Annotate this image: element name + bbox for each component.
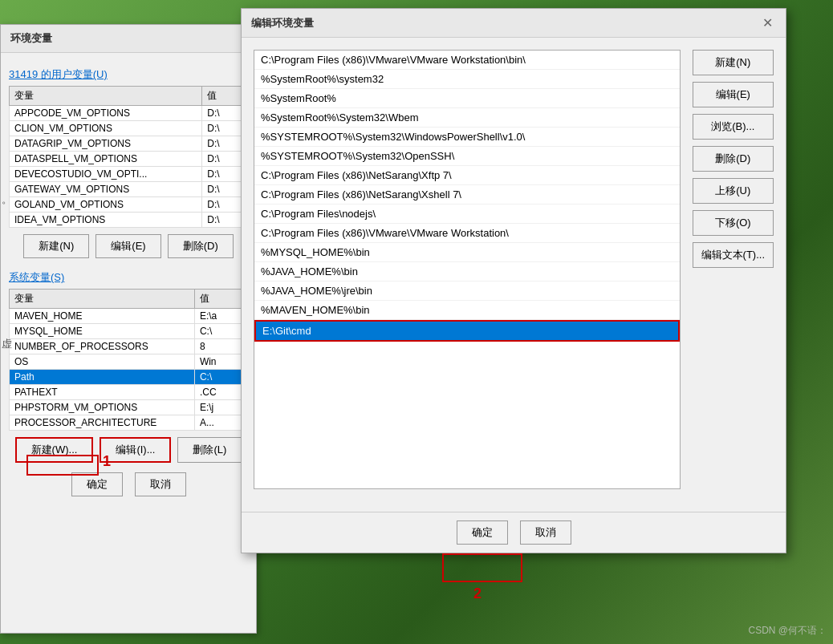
move-down-button[interactable]: 下移(O) xyxy=(693,210,774,236)
user-new-button[interactable]: 新建(N) xyxy=(23,234,89,258)
path-list-container: C:\Program Files (x86)\VMware\VMware Wor… xyxy=(254,50,681,489)
env-ok-button[interactable]: 确定 xyxy=(71,472,123,496)
dialog-title: 编辑环境变量 xyxy=(251,16,314,30)
table-row[interactable]: MYSQL_HOMEC:\ xyxy=(10,324,248,339)
git-cmd-path-item[interactable]: E:\Git\cmd xyxy=(254,320,680,342)
dialog-ok-button[interactable]: 确定 xyxy=(457,520,508,545)
system-new-button[interactable]: 新建(W)... xyxy=(15,437,94,463)
list-item[interactable]: %JAVA_HOME%\jre\bin xyxy=(254,281,680,301)
list-item[interactable]: C:\Program Files\nodejs\ xyxy=(254,205,680,224)
list-item[interactable]: %MYSQL_HOME%\bin xyxy=(254,243,680,262)
table-row[interactable]: MAVEN_HOMEE:\a xyxy=(10,309,248,324)
annotation-number-1: 1 xyxy=(103,453,111,470)
list-item[interactable]: %SYSTEMROOT%\System32\OpenSSH\ xyxy=(254,147,680,166)
annotation-number-2: 2 xyxy=(473,585,482,602)
user-table-header-var: 变量 xyxy=(10,87,202,106)
table-row[interactable]: APPCODE_VM_OPTIONSD:\ xyxy=(10,106,248,121)
system-section-label[interactable]: 系统变量(S) xyxy=(9,270,248,285)
list-item[interactable]: C:\Program Files (x86)\VMware\VMware Wor… xyxy=(254,51,680,70)
dialog-titlebar: 编辑环境变量 ✕ xyxy=(242,9,786,38)
list-item[interactable]: %SystemRoot%\System32\Wbem xyxy=(254,108,680,128)
user-variables-table: 变量 值 APPCODE_VM_OPTIONSD:\ CLION_VM_OPTI… xyxy=(9,86,248,228)
list-item[interactable]: %SYSTEMROOT%\System32\WindowsPowerShell\… xyxy=(254,128,680,147)
env-window-title: 环境变量 xyxy=(10,32,52,44)
edge-decoration-2: 虚 xyxy=(2,337,12,351)
env-window-titlebar: 环境变量 xyxy=(1,25,256,53)
table-row[interactable]: DEVECOSTUDIO_VM_OPTI...D:\ xyxy=(10,167,248,182)
dialog-side-buttons: 新建(N) 编辑(E) 浏览(B)... 删除(D) 上移(U) 下移(O) 编… xyxy=(693,50,774,489)
user-section-label[interactable]: 31419 的用户变量(U) xyxy=(9,67,248,82)
env-variables-window: 环境变量 31419 的用户变量(U) 变量 值 APPCODE_VM_OPTI… xyxy=(0,24,257,634)
table-row[interactable]: GOLAND_VM_OPTIONSD:\ xyxy=(10,197,248,213)
dialog-cancel-button[interactable]: 取消 xyxy=(520,520,571,545)
new-path-button[interactable]: 新建(N) xyxy=(693,50,774,75)
list-item[interactable]: C:\Program Files (x86)\NetSarang\Xftp 7\ xyxy=(254,166,680,185)
list-item[interactable]: %MAVEN_HOME%\bin xyxy=(254,301,680,320)
list-item[interactable]: C:\Program Files (x86)\NetSarang\Xshell … xyxy=(254,185,680,205)
system-table-header-val: 值 xyxy=(194,290,247,309)
table-row[interactable]: OSWin xyxy=(10,354,248,370)
table-row[interactable]: PHPSTORM_VM_OPTIONSE:\j xyxy=(10,400,248,415)
dialog-close-button[interactable]: ✕ xyxy=(759,15,776,30)
list-item[interactable]: %SystemRoot%\system32 xyxy=(254,70,680,89)
dialog-footer: 确定 取消 xyxy=(242,512,786,553)
table-row[interactable]: NUMBER_OF_PROCESSORS8 xyxy=(10,339,248,354)
table-row[interactable]: DATAGRIP_VM_OPTIONSD:\ xyxy=(10,136,248,152)
table-row[interactable]: DATASPELL_VM_OPTIONSD:\ xyxy=(10,152,248,167)
table-row[interactable]: PATHEXT.CC xyxy=(10,385,248,400)
path-row[interactable]: PathC:\ xyxy=(10,370,248,385)
user-edit-button[interactable]: 编辑(E) xyxy=(95,234,161,258)
edit-env-dialog: 编辑环境变量 ✕ C:\Program Files (x86)\VMware\V… xyxy=(241,8,786,553)
dialog-body: C:\Program Files (x86)\VMware\VMware Wor… xyxy=(242,38,786,501)
browse-path-button[interactable]: 浏览(B)... xyxy=(693,114,774,140)
table-row[interactable]: IDEA_VM_OPTIONSD:\ xyxy=(10,213,248,228)
env-window-body: 31419 的用户变量(U) 变量 值 APPCODE_VM_OPTIONSD:… xyxy=(1,53,256,504)
list-item[interactable]: %SystemRoot% xyxy=(254,89,680,108)
move-up-button[interactable]: 上移(U) xyxy=(693,178,774,204)
table-row[interactable]: CLION_VM_OPTIONSD:\ xyxy=(10,121,248,136)
edit-text-button[interactable]: 编辑文本(T)... xyxy=(693,242,774,268)
path-list: C:\Program Files (x86)\VMware\VMware Wor… xyxy=(254,50,681,489)
watermark: CSDN @何不语： xyxy=(748,624,827,638)
list-item[interactable]: C:\Program Files (x86)\VMware\VMware Wor… xyxy=(254,224,680,243)
system-variables-table: 变量 值 MAVEN_HOMEE:\a MYSQL_HOMEC:\ NUMBER… xyxy=(9,289,248,431)
env-cancel-button[interactable]: 取消 xyxy=(135,472,186,496)
system-delete-button[interactable]: 删除(L) xyxy=(177,437,242,463)
list-item[interactable]: %JAVA_HOME%\bin xyxy=(254,262,680,281)
user-delete-button[interactable]: 删除(D) xyxy=(168,234,234,258)
table-row[interactable]: PROCESSOR_ARCHITECTUREA... xyxy=(10,415,248,431)
delete-path-button[interactable]: 删除(D) xyxy=(693,146,774,172)
edge-decoration-1: 。 xyxy=(2,192,12,207)
system-table-header-var: 变量 xyxy=(10,290,195,309)
edit-path-button[interactable]: 编辑(E) xyxy=(693,82,774,107)
table-row[interactable]: GATEWAY_VM_OPTIONSD:\ xyxy=(10,182,248,197)
